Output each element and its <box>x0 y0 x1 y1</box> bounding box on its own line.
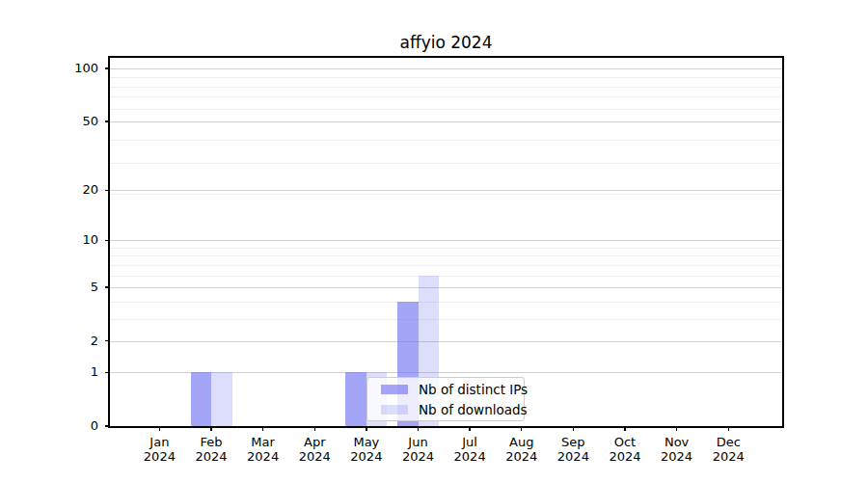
legend-swatch-downloads <box>381 405 408 415</box>
y-tick-label: 20 <box>60 182 98 198</box>
legend-label-downloads: Nb of downloads <box>419 402 528 417</box>
legend: Nb of distinct IPs Nb of downloads <box>366 377 525 421</box>
y-tick-label: 0 <box>60 418 98 434</box>
y-tick-label: 50 <box>60 114 98 129</box>
x-tick-month: Dec <box>697 435 759 449</box>
chart-title: affyio 2024 <box>110 33 782 52</box>
y-tick-label: 1 <box>60 364 98 380</box>
chart-canvas: affyio 2024 Nb of distinct IPs Nb of dow… <box>0 0 868 482</box>
y-tick-label: 2 <box>60 334 98 349</box>
x-tick-mark <box>521 426 522 431</box>
bar-downloads-feb <box>211 372 232 426</box>
x-tick-mark <box>159 426 160 431</box>
y-tick-label: 100 <box>60 61 98 76</box>
x-tick-mark <box>573 426 574 431</box>
y-tick-mark <box>105 67 110 68</box>
y-tick-mark <box>105 286 110 287</box>
x-tick-mark <box>469 426 470 431</box>
y-tick-label: 5 <box>60 280 98 295</box>
legend-swatch-distinct-ips <box>381 385 408 394</box>
x-tick-mark <box>366 426 366 431</box>
legend-item-distinct-ips: Nb of distinct IPs <box>381 382 516 397</box>
x-tick-mark <box>314 426 315 431</box>
y-tick-mark <box>105 340 110 341</box>
x-tick-label: Dec2024 <box>697 435 759 464</box>
y-tick-mark <box>105 240 110 241</box>
y-tick-mark <box>105 425 110 426</box>
bar-distinct-ips-feb <box>191 372 212 426</box>
x-tick-mark <box>210 426 211 431</box>
y-tick-mark <box>105 372 110 373</box>
y-tick-mark <box>105 120 110 121</box>
x-tick-year: 2024 <box>697 449 759 464</box>
plot-area: Nb of distinct IPs Nb of downloads <box>110 58 782 426</box>
legend-label-distinct-ips: Nb of distinct IPs <box>419 382 528 397</box>
x-tick-mark <box>262 426 263 431</box>
y-tick-label: 10 <box>60 232 98 248</box>
x-tick-mark <box>418 426 419 431</box>
x-tick-mark <box>676 426 677 431</box>
x-tick-mark <box>624 426 625 431</box>
x-tick-mark <box>728 426 729 431</box>
bar-layer <box>110 58 782 426</box>
bar-distinct-ips-may <box>345 372 366 426</box>
legend-item-downloads: Nb of downloads <box>381 402 516 417</box>
y-tick-mark <box>105 190 110 191</box>
